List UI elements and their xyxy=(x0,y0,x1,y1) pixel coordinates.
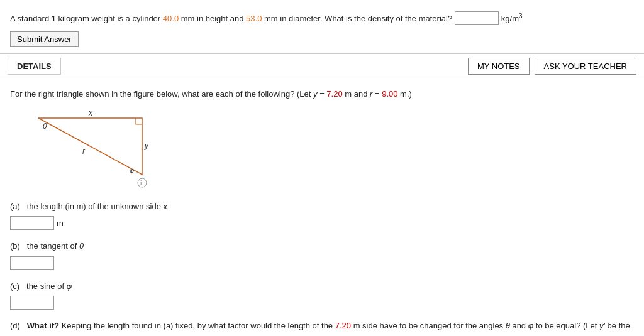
part-a-letter: (a) xyxy=(10,202,25,211)
part-a-label: (a) the length (in m) of the unknown sid… xyxy=(10,200,634,213)
part-d-text: (d) What if? Keeping the length found in… xyxy=(10,320,634,336)
part-d-val1: 7.20 xyxy=(335,321,351,330)
triangle-svg: x θ r y φ i xyxy=(23,109,148,190)
label-theta: θ xyxy=(43,122,47,131)
part-a-text: the length (in m) of the unknown side x xyxy=(27,202,167,211)
part-b-label: (b) the tangent of θ xyxy=(10,240,634,252)
part-c-letter: (c) xyxy=(10,281,24,291)
my-notes-button[interactable]: MY NOTES xyxy=(468,58,530,75)
kg-input-row: kg/m3 xyxy=(455,11,523,25)
label-phi: φ xyxy=(130,166,134,174)
details-bar-right: MY NOTES ASK YOUR TEACHER xyxy=(468,58,636,75)
label-y: y xyxy=(144,141,148,150)
height-value: 40.0 xyxy=(163,14,179,23)
part-c: (c) the sine of φ xyxy=(10,280,634,310)
question-text-1: A standard 1 kilogram weight is a cylind… xyxy=(10,14,160,23)
r-value: 9.00 xyxy=(382,89,397,99)
part-b-letter: (b) xyxy=(10,241,25,251)
triangle-figure-area: x θ r y φ i xyxy=(23,109,634,190)
submit-button-wrapper: Submit Answer xyxy=(10,31,634,47)
submit-answer-button[interactable]: Submit Answer xyxy=(10,31,79,47)
details-bar: DETAILS MY NOTES ASK YOUR TEACHER xyxy=(0,54,644,79)
ask-teacher-button[interactable]: ASK YOUR TEACHER xyxy=(535,58,636,75)
diameter-value: 53.0 xyxy=(246,14,262,23)
part-b-input[interactable] xyxy=(10,256,54,270)
diameter-unit: mm in diameter. What is the density of t… xyxy=(264,14,452,23)
part-c-text: the sine of φ xyxy=(26,281,72,291)
part-d: (d) What if? Keeping the length found in… xyxy=(10,320,634,336)
part-c-label: (c) the sine of φ xyxy=(10,280,634,293)
part-a-unit: m xyxy=(57,219,64,228)
details-tab[interactable]: DETAILS xyxy=(8,58,61,75)
problem-intro: For the right triangle shown in the figu… xyxy=(10,89,326,99)
label-x: x xyxy=(88,109,93,117)
svg-point-1 xyxy=(138,178,147,187)
part-c-input[interactable] xyxy=(10,296,54,310)
label-r: r xyxy=(82,147,86,156)
part-d-letter: (d) xyxy=(10,321,25,330)
part-b: (b) the tangent of θ xyxy=(10,240,634,270)
part-a: (a) the length (in m) of the unknown sid… xyxy=(10,200,634,230)
problem-statement: For the right triangle shown in the figu… xyxy=(10,88,634,101)
what-if-bold: What if? xyxy=(27,321,59,330)
part-a-input-row: m xyxy=(10,216,634,230)
svg-marker-0 xyxy=(38,118,142,175)
info-icon: i xyxy=(140,179,142,187)
y-unit-text: m and r = xyxy=(343,89,382,99)
height-unit: mm in height and xyxy=(181,14,246,23)
density-input[interactable] xyxy=(455,11,499,25)
main-content: For the right triangle shown in the figu… xyxy=(0,79,644,336)
r-unit-text: m.) xyxy=(398,89,412,99)
top-question: A standard 1 kilogram weight is a cylind… xyxy=(10,8,634,25)
part-b-text: the tangent of θ xyxy=(27,241,84,251)
y-value: 7.20 xyxy=(326,89,342,99)
part-d-body: Keeping the length found in (a) fixed, b… xyxy=(62,321,335,330)
top-section: A standard 1 kilogram weight is a cylind… xyxy=(0,0,644,54)
kg-unit: kg/m3 xyxy=(501,11,523,25)
part-a-input[interactable] xyxy=(10,216,54,230)
